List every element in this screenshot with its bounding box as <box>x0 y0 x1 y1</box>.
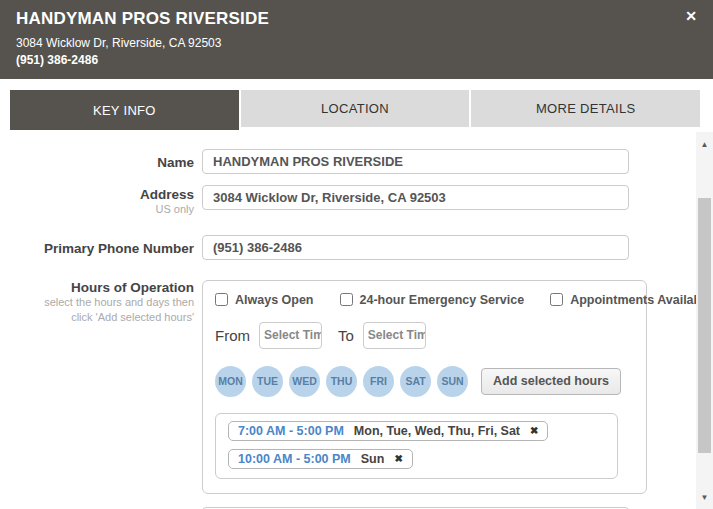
to-label: To <box>338 327 354 344</box>
appointments-checkbox[interactable]: Appointments Available <box>550 293 711 307</box>
hours-entry-days: Sun <box>361 452 385 466</box>
business-address-text: 3084 Wicklow Dr, Riverside, CA 92503 <box>16 36 697 50</box>
address-note: US only <box>10 203 194 217</box>
edit-listing-modal: HANDYMAN PROS RIVERSIDE 3084 Wicklow Dr,… <box>0 0 713 509</box>
add-selected-hours-button[interactable]: Add selected hours <box>481 368 621 395</box>
day-pill-thu[interactable]: THU <box>326 366 357 397</box>
remove-hours-icon[interactable]: ✖ <box>530 425 538 436</box>
appointments-label: Appointments Available <box>570 293 711 307</box>
phone-row: Primary Phone Number <box>0 235 696 260</box>
tab-key-info[interactable]: KEY INFO <box>10 90 239 130</box>
day-pill-sun[interactable]: SUN <box>437 366 468 397</box>
from-label: From <box>215 327 250 344</box>
phone-label: Primary Phone Number <box>10 241 194 256</box>
scroll-up-icon[interactable]: ▲ <box>696 136 713 152</box>
saved-hours-box: 7:00 AM - 5:00 PM Mon, Tue, Wed, Thu, Fr… <box>215 413 618 479</box>
remove-hours-icon[interactable]: ✖ <box>394 453 402 464</box>
from-time-select-value: Select Time <box>264 328 322 342</box>
to-time-select-value: Select Time <box>368 328 426 342</box>
business-name-title: HANDYMAN PROS RIVERSIDE <box>16 9 697 29</box>
hours-note-line2: click 'Add selected hours' <box>10 311 194 325</box>
hours-label: Hours of Operation <box>10 280 194 295</box>
from-time-select[interactable]: Select Time <box>259 322 322 349</box>
hours-entry-chip: 7:00 AM - 5:00 PM Mon, Tue, Wed, Thu, Fr… <box>228 421 548 441</box>
day-pill-fri[interactable]: FRI <box>363 366 394 397</box>
hours-entry-chip: 10:00 AM - 5:00 PM Sun ✖ <box>228 449 413 469</box>
emergency-service-label: 24-hour Emergency Service <box>360 293 525 307</box>
name-label: Name <box>10 155 194 170</box>
business-phone-text: (951) 386-2486 <box>16 53 697 67</box>
close-icon[interactable]: ✕ <box>685 9 697 23</box>
day-pill-sat[interactable]: SAT <box>400 366 431 397</box>
key-info-form: Name Address US only Primary Phone Numbe… <box>0 127 696 509</box>
always-open-checkbox[interactable]: Always Open <box>215 293 314 307</box>
address-label: Address <box>10 187 194 202</box>
always-open-label: Always Open <box>235 293 314 307</box>
day-pill-mon[interactable]: MON <box>215 366 246 397</box>
hours-checkbox-row: Always Open 24-hour Emergency Service Ap… <box>215 293 634 307</box>
day-picker-row: MON TUE WED THU FRI SAT SUN Add selected… <box>215 366 634 397</box>
hours-entry-time: 10:00 AM - 5:00 PM <box>238 452 351 466</box>
phone-input[interactable] <box>202 235 629 260</box>
tab-bar: KEY INFO LOCATION MORE DETAILS <box>10 90 700 127</box>
hours-panel: Always Open 24-hour Emergency Service Ap… <box>202 280 647 494</box>
appointments-checkbox-input[interactable] <box>550 293 563 306</box>
modal-header: HANDYMAN PROS RIVERSIDE 3084 Wicklow Dr,… <box>0 0 713 79</box>
hours-note-line1: select the hours and days then <box>10 296 194 310</box>
day-pill-tue[interactable]: TUE <box>252 366 283 397</box>
address-input[interactable] <box>202 185 629 210</box>
emergency-service-checkbox-input[interactable] <box>340 293 353 306</box>
tab-more-details[interactable]: MORE DETAILS <box>471 90 700 127</box>
from-to-row: From Select Time To Select Time <box>215 322 634 349</box>
day-pill-wed[interactable]: WED <box>289 366 320 397</box>
name-row: Name <box>0 149 696 174</box>
vertical-scrollbar[interactable]: ▲ ▼ <box>696 132 713 509</box>
name-input[interactable] <box>202 149 629 174</box>
hours-entry-days: Mon, Tue, Wed, Thu, Fri, Sat <box>354 424 520 438</box>
to-time-select[interactable]: Select Time <box>363 322 426 349</box>
address-row: Address US only <box>0 185 696 217</box>
scrollbar-thumb[interactable] <box>698 198 711 453</box>
always-open-checkbox-input[interactable] <box>215 293 228 306</box>
hours-entry-time: 7:00 AM - 5:00 PM <box>238 424 344 438</box>
tab-location[interactable]: LOCATION <box>241 90 470 127</box>
emergency-service-checkbox[interactable]: 24-hour Emergency Service <box>340 293 525 307</box>
hours-row: Hours of Operation select the hours and … <box>0 280 696 494</box>
scroll-down-icon[interactable]: ▼ <box>696 489 713 505</box>
